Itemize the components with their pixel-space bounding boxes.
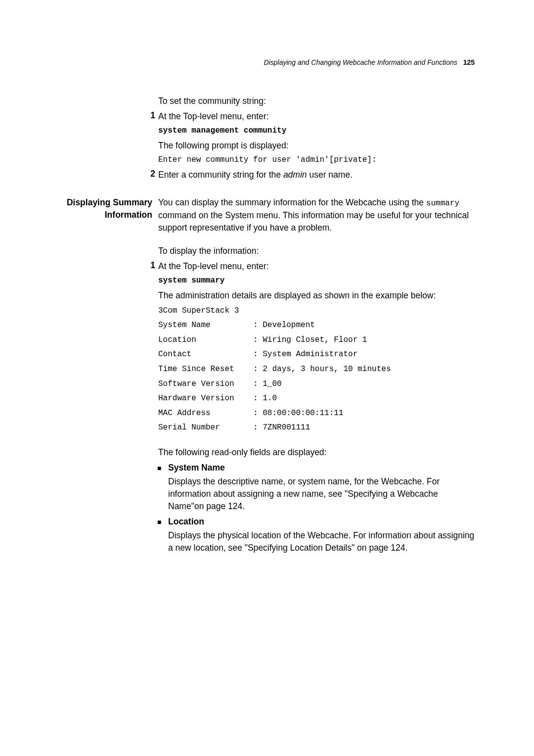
running-title: Displaying and Changing Webcache Informa…	[264, 58, 457, 66]
step-number: 1	[144, 260, 155, 435]
step-1-after: The following prompt is displayed:	[158, 140, 475, 152]
section-para-1: You can display the summary information …	[158, 196, 475, 234]
bullet-location: ■ Location	[158, 517, 475, 527]
section-heading: Displaying Summary Information	[58, 196, 158, 236]
step-2: 2 Enter a community string for the admin…	[158, 169, 475, 183]
intro-text: To set the community string:	[158, 95, 475, 107]
step-number: 1	[144, 110, 155, 166]
bullet-icon: ■	[157, 463, 168, 473]
bullet-label: Location	[168, 517, 204, 526]
step-2-text: Enter a community string for the admin u…	[158, 169, 475, 181]
bullet-desc: Displays the physical location of the We…	[168, 529, 475, 554]
section-output-block: 3Com SuperStack 3 System Name : Developm…	[158, 304, 475, 435]
step-number: 2	[144, 169, 155, 183]
section-step-1-text: At the Top-level menu, enter:	[158, 260, 475, 273]
readonly-intro: The following read-only fields are displ…	[158, 446, 475, 459]
section-step-1-command: system summary	[158, 275, 475, 286]
step-1-text: At the Top-level menu, enter:	[158, 110, 475, 123]
section-step-1: 1 At the Top-level menu, enter: system s…	[158, 260, 475, 435]
section-displaying-summary: Displaying Summary Information You can d…	[158, 196, 475, 236]
step-1-output: Enter new community for user 'admin'[pri…	[158, 154, 475, 166]
page-number: 125	[463, 58, 475, 66]
section-para-2: To display the information:	[158, 245, 475, 257]
bullet-desc: Displays the descriptive name, or system…	[168, 475, 475, 513]
bullet-system-name: ■ System Name	[158, 463, 475, 473]
section-step-1-after: The administration details are displayed…	[158, 289, 475, 302]
bullet-label: System Name	[168, 463, 225, 472]
step-1: 1 At the Top-level menu, enter: system m…	[158, 110, 475, 166]
step-1-command: system management community	[158, 125, 475, 137]
bullet-icon: ■	[157, 517, 168, 527]
running-header: Displaying and Changing Webcache Informa…	[59, 58, 475, 66]
